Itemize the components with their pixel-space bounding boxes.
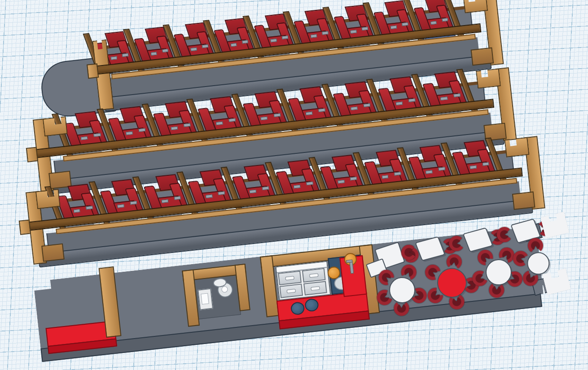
armrest <box>311 34 317 38</box>
armrest <box>242 40 248 44</box>
drawer-handle <box>309 273 319 278</box>
armrest <box>322 31 328 35</box>
armrest <box>151 52 157 56</box>
end-wall-arm-top <box>476 68 501 88</box>
cabinet-drawer[interactable] <box>303 281 327 295</box>
drawer-handle <box>311 286 320 291</box>
end-wall-arm-top <box>43 116 68 136</box>
armrest <box>202 44 208 48</box>
armrest <box>402 22 408 26</box>
dining-chair[interactable] <box>512 250 529 267</box>
dining-area <box>363 213 570 333</box>
end-wall-arm-top <box>35 189 61 209</box>
sink[interactable] <box>197 288 213 310</box>
cabinet-drawer[interactable] <box>302 268 326 283</box>
armrest <box>111 56 117 60</box>
armrest <box>191 48 197 51</box>
end-wall-arm-top <box>504 137 529 157</box>
dining-chair[interactable] <box>448 293 465 310</box>
armrest <box>122 53 128 57</box>
armrest <box>271 39 277 42</box>
end-booth-table[interactable] <box>542 268 571 295</box>
cabinet-drawer[interactable] <box>279 283 303 298</box>
square-table[interactable] <box>463 227 493 252</box>
dining-chair[interactable] <box>393 300 410 317</box>
armrest <box>162 49 168 52</box>
armrest <box>362 27 368 30</box>
dining-chair[interactable] <box>506 270 523 287</box>
armrest <box>442 18 448 22</box>
galley <box>259 243 380 334</box>
dining-chair[interactable] <box>446 253 463 270</box>
end-wall-arm-bottom <box>471 47 494 65</box>
armrest <box>391 26 397 29</box>
drawer-handle <box>285 276 294 280</box>
armrest <box>430 21 437 25</box>
armrest <box>231 43 237 47</box>
armrest <box>351 30 357 33</box>
lavatory <box>180 258 255 333</box>
end-wall-arm-bottom <box>512 192 535 210</box>
square-table[interactable] <box>415 236 445 261</box>
drawer-handle <box>286 288 296 293</box>
cabinet-drawer[interactable] <box>278 271 302 285</box>
galley-cabinet[interactable] <box>276 261 331 300</box>
end-wall-arm-bottom <box>41 244 65 262</box>
armrest <box>282 35 288 39</box>
3d-viewport[interactable] <box>0 0 588 370</box>
